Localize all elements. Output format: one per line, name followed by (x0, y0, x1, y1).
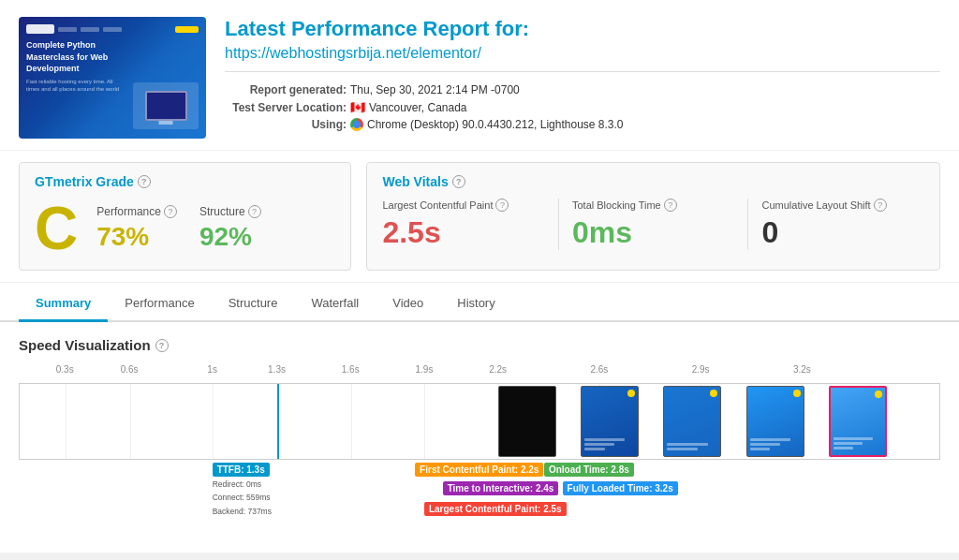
tabs-section: Summary Performance Structure Waterfall … (0, 287, 959, 322)
ruler-1.9: 1.9s (416, 364, 434, 375)
server-location: Vancouver, Canada (369, 101, 467, 114)
tab-waterfall[interactable]: Waterfall (294, 287, 376, 322)
lcp-help[interactable]: ? (495, 199, 509, 212)
frame-line (584, 448, 605, 450)
tab-history[interactable]: History (440, 287, 511, 322)
speed-viz-help[interactable]: ? (155, 339, 169, 352)
tti-annotation: Time to Interactive: 2.4s (443, 481, 559, 495)
lcp-value: 2.5s (382, 215, 545, 250)
frame-content (750, 438, 801, 452)
structure-value: 92% (199, 222, 252, 252)
ruler-1: 1s (207, 364, 217, 375)
grade-title: GTmetrix Grade ? (35, 174, 335, 189)
screenshot-frame-1 (581, 386, 639, 457)
meta-value-using: Chrome (Desktop) 90.0.4430.212, Lighthou… (350, 118, 624, 131)
grade-content: C Performance ? 73% Structure ? (35, 199, 335, 258)
bars-container (19, 383, 940, 460)
performance-help[interactable]: ? (164, 205, 177, 218)
ruler-1.3: 1.3s (268, 364, 286, 375)
frame-line (834, 447, 853, 449)
ttfb-annotation: TTFB: 1.3s (213, 463, 270, 477)
grid-line (66, 384, 66, 459)
speed-section: Speed Visualization ? 0.3s 0.6s 1s 1.3s … (0, 322, 959, 553)
meta-row-generated: Report generated: Thu, Sep 30, 2021 2:14… (225, 83, 940, 96)
onload-annotation: Onload Time: 2.8s (544, 463, 634, 477)
structure-help[interactable]: ? (248, 205, 261, 218)
thumb-monitor (145, 91, 187, 121)
screenshot-frame-3 (746, 386, 804, 457)
report-url[interactable]: https://webhostingsrbija.net/elementor/ (225, 45, 940, 72)
tab-summary[interactable]: Summary (19, 287, 108, 322)
speed-vis-wrapper: 0.3s 0.6s 1s 1.3s 1.6s 1.9s 2.2s 2.6s 2.… (19, 364, 940, 538)
tab-structure[interactable]: Structure (212, 287, 295, 322)
frame-line (750, 443, 780, 446)
vitals-content: Largest Contentful Paint ? 2.5s Total Bl… (382, 199, 924, 250)
canada-flag-icon: 🇨🇦 (350, 100, 365, 114)
tab-video[interactable]: Video (376, 287, 440, 322)
speed-title: Speed Visualization ? (19, 337, 940, 353)
tbt-help[interactable]: ? (664, 199, 677, 212)
website-thumbnail: Complete Python Masterclass for Web Deve… (19, 17, 206, 139)
thumb-monitor-placeholder (133, 82, 199, 129)
ruler-0.6: 0.6s (121, 364, 139, 375)
performance-value: 73% (96, 222, 149, 252)
ttfb-redirect: Redirect: 0ms (213, 478, 272, 491)
frame-line (834, 437, 873, 440)
gtmetrix-grade-help[interactable]: ? (138, 175, 151, 188)
screenshot-frame-2 (663, 386, 721, 457)
fl-annotation: Fully Loaded Time: 3.2s (563, 481, 678, 495)
ruler-2.2: 2.2s (489, 364, 507, 375)
annotations-wrapper: TTFB: 1.3s Redirect: 0ms Connect: 559ms … (19, 463, 940, 538)
frame-dot (710, 390, 717, 397)
lcp-annotation: Largest Contentful Paint: 2.5s (424, 502, 567, 516)
web-vitals-help[interactable]: ? (452, 175, 465, 188)
report-meta: Report generated: Thu, Sep 30, 2021 2:14… (225, 83, 940, 131)
tab-performance[interactable]: Performance (108, 287, 211, 322)
meta-value-server: 🇨🇦 Vancouver, Canada (350, 100, 467, 114)
frame-line (584, 438, 625, 441)
frame-dot (793, 390, 801, 397)
grade-card: GTmetrix Grade ? C Performance ? 73% (19, 162, 351, 271)
structure-metric: Structure ? 92% (199, 205, 261, 252)
frame-content (834, 437, 882, 451)
screenshot-frame-dark (498, 386, 556, 457)
report-info: Latest Performance Report for: https://w… (225, 17, 940, 131)
thumb-nav (26, 24, 199, 34)
cls-vital: Cumulative Layout Shift ? 0 (761, 199, 924, 250)
meta-label-using: Using: (225, 118, 347, 131)
structure-label: Structure ? (199, 205, 261, 218)
cls-label: Cumulative Layout Shift ? (761, 199, 924, 212)
ruler-3.2: 3.2s (793, 364, 811, 375)
screenshot-frame-4 (829, 386, 887, 457)
page-wrapper: Complete Python Masterclass for Web Deve… (0, 0, 959, 553)
thumb-nav-link (103, 27, 122, 32)
frame-line (667, 443, 707, 446)
vitals-card: Web Vitals ? Largest Contentful Paint ? … (366, 162, 940, 271)
ttfb-backend: Backend: 737ms (213, 505, 272, 518)
ttfb-connect: Connect: 559ms (213, 491, 272, 504)
thumb-logo (26, 24, 54, 34)
ruler-container: 0.3s 0.6s 1s 1.3s 1.6s 1.9s 2.2s 2.6s 2.… (19, 364, 940, 381)
frame-line (584, 443, 614, 446)
metrics-section: GTmetrix Grade ? C Performance ? 73% (0, 151, 959, 283)
lcp-vital: Largest Contentful Paint ? 2.5s (382, 199, 559, 250)
tbt-vital: Total Blocking Time ? 0ms (572, 199, 749, 250)
performance-metric: Performance ? 73% (96, 205, 177, 252)
thumb-hero-text: Complete Python Masterclass for Web Deve… (26, 39, 111, 75)
thumb-nav-link (81, 27, 99, 32)
meta-label-generated: Report generated: (225, 83, 347, 96)
frame-content (667, 443, 717, 452)
fcp-annotation: First Contentful Paint: 2.2s (415, 463, 543, 477)
chrome-icon (350, 118, 363, 131)
thumb-nav-links (58, 27, 122, 32)
grade-letter: C (35, 199, 78, 258)
grid-line (424, 384, 425, 459)
meta-row-server: Test Server Location: 🇨🇦 Vancouver, Cana… (225, 100, 940, 114)
thumb-hero-sub: Fast reliable hosting every time. All ti… (26, 79, 120, 94)
meta-value-generated: Thu, Sep 30, 2021 2:14 PM -0700 (350, 83, 520, 96)
frame-line (667, 448, 697, 450)
header-section: Complete Python Masterclass for Web Deve… (0, 0, 959, 151)
frame-line (834, 442, 863, 445)
report-title: Latest Performance Report for: (225, 17, 940, 41)
cls-help[interactable]: ? (874, 199, 887, 212)
